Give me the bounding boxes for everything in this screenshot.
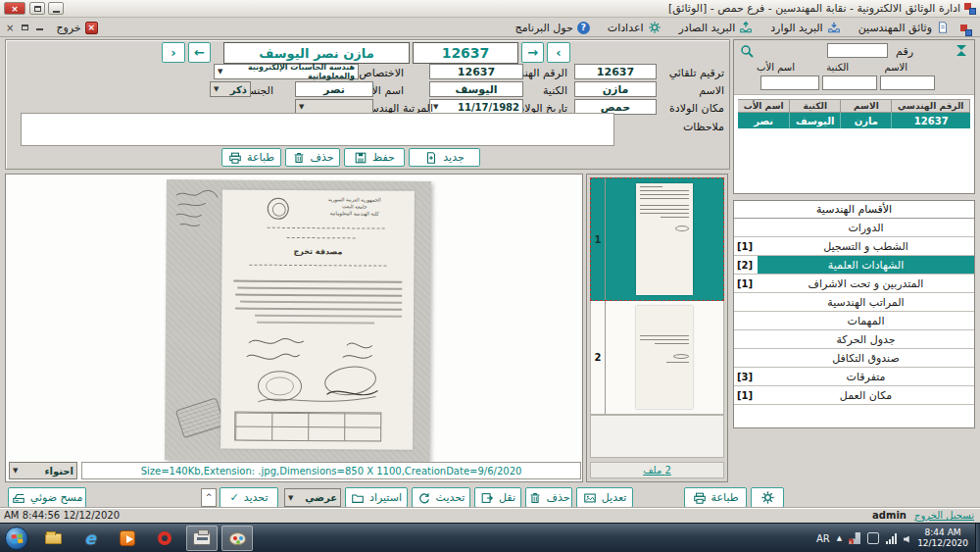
- taskbar-mediaplayer-button[interactable]: [112, 526, 143, 551]
- edit-button[interactable]: تعديل: [576, 487, 633, 508]
- father-search-label: اسم الأب: [757, 62, 795, 73]
- section-row-ranks[interactable]: المراتب الهندسية: [734, 293, 974, 312]
- collapse-panel-button[interactable]: [955, 44, 966, 60]
- chevron-down-icon[interactable]: ▼: [299, 103, 304, 111]
- specialty-select[interactable]: هندسة الحاسبات الإلكترونية والمعلوماتية▼: [214, 64, 359, 79]
- menu-about[interactable]: ? حول البرنامج: [513, 19, 593, 36]
- save-button[interactable]: حفظ: [344, 148, 405, 167]
- nav-previous-record-button[interactable]: →: [521, 42, 544, 63]
- taskbar-paint-button[interactable]: [221, 526, 253, 551]
- window-close-button[interactable]: ×: [4, 2, 25, 15]
- window-minimize-button[interactable]: [48, 2, 64, 15]
- section-row-courses[interactable]: الدورات: [734, 219, 974, 237]
- surname-search-label: الكنية: [826, 62, 849, 73]
- section-row-solidarity-fund[interactable]: صندوق التكافل: [734, 349, 974, 368]
- section-row-movement[interactable]: جدول الحركة: [734, 330, 974, 349]
- name-input[interactable]: مازن: [574, 81, 657, 97]
- scanner-icon: [12, 491, 25, 505]
- menu-settings[interactable]: اعدادات: [605, 19, 664, 36]
- nav-last-record-button[interactable]: ‹: [162, 42, 185, 63]
- print-button[interactable]: طباعة: [221, 148, 281, 167]
- select-button[interactable]: تحديد ✓: [220, 487, 278, 508]
- number-search-input[interactable]: [827, 43, 888, 58]
- thumbnail-2[interactable]: 2: [590, 301, 724, 415]
- logout-link[interactable]: تسجيل الخروج: [914, 510, 974, 521]
- taskbar-clock[interactable]: 8:44 AM 12/12/2020: [917, 527, 968, 549]
- hidden-icons-chevron[interactable]: ▲: [837, 534, 842, 542]
- eng-number-input[interactable]: 12637: [429, 64, 523, 79]
- fit-mode-select[interactable]: احتواء▼: [9, 462, 77, 479]
- results-grid-selected-row[interactable]: 12637 مازن اليوسف نصر: [738, 113, 970, 128]
- refresh-button[interactable]: تحديث: [412, 487, 470, 508]
- page-stepper[interactable]: ^: [201, 488, 217, 507]
- show-desktop-button[interactable]: [975, 524, 980, 552]
- section-row-deregistration[interactable]: الشطب و التسجيل[1]: [734, 237, 974, 256]
- taskbar-opera-button[interactable]: [149, 526, 180, 551]
- settings-gear-button[interactable]: [751, 487, 784, 508]
- mdi-restore-icon[interactable]: [22, 25, 28, 30]
- surname-input[interactable]: اليوسف: [429, 81, 523, 97]
- mdi-minimize-icon[interactable]: [36, 28, 43, 30]
- gender-select[interactable]: ذكر▼: [210, 81, 251, 97]
- name-search-label: الاسم: [884, 62, 907, 73]
- view-mode-select[interactable]: عرضي▼: [284, 488, 341, 507]
- language-indicator[interactable]: AR: [816, 533, 830, 544]
- delete-file-button[interactable]: حذف: [525, 487, 572, 508]
- section-row-trainees[interactable]: المتدربين و تحت الاشراف[1]: [734, 275, 974, 293]
- move-button[interactable]: نقل: [474, 487, 521, 508]
- file-count-link[interactable]: 2 ملف: [590, 462, 724, 478]
- record-number-field[interactable]: 12637: [413, 42, 518, 64]
- margin-handwriting: [172, 187, 220, 230]
- taskbar-ie-button[interactable]: e: [74, 526, 106, 551]
- speaker-icon[interactable]: [904, 536, 910, 543]
- delete-button[interactable]: حذف: [285, 148, 340, 167]
- notes-input[interactable]: [21, 113, 614, 146]
- section-row-certificates-selected[interactable]: الشهادات العلمية[2]: [734, 256, 974, 275]
- section-row-workplace[interactable]: مكان العمل[1]: [734, 386, 974, 405]
- print-file-button[interactable]: طباعة: [684, 487, 747, 508]
- taskbar-explorer-button[interactable]: [37, 526, 69, 551]
- document-viewer[interactable]: الجمهورية العربية السورية جامعة البعث كل…: [5, 174, 583, 482]
- section-row-misc[interactable]: متفرقات[3]: [734, 368, 974, 386]
- thumbnail-empty-slot: [590, 415, 724, 458]
- application-window: { "titlebar": { "title": "ادارة الوثائق …: [0, 0, 980, 552]
- device-icon[interactable]: [867, 532, 879, 544]
- start-button[interactable]: [5, 527, 28, 550]
- chevron-down-icon[interactable]: ▼: [214, 85, 219, 93]
- record-fullname-field[interactable]: مازن نصر اليوسف: [223, 42, 410, 64]
- taskbar-scanner-app-button[interactable]: [186, 526, 218, 551]
- search-icon[interactable]: [739, 43, 755, 59]
- mdi-window-controls[interactable]: ×: [6, 23, 43, 33]
- scan-button[interactable]: مسح ضوئي: [8, 487, 86, 508]
- window-restore-button[interactable]: [29, 2, 45, 15]
- menu-inbox[interactable]: البريد الوارد: [767, 19, 844, 36]
- name-label: الاسم: [699, 84, 724, 97]
- chevron-down-icon[interactable]: ▼: [13, 467, 18, 475]
- thumbnail-2-image[interactable]: [606, 301, 723, 414]
- menu-engineers-docs[interactable]: وثائق المهندسين: [856, 19, 953, 36]
- signal-bars-icon[interactable]: [886, 533, 897, 544]
- scanned-document-image[interactable]: الجمهورية العربية السورية جامعة البعث كل…: [165, 179, 431, 462]
- section-row-tasks[interactable]: المهمات: [734, 312, 974, 330]
- chevron-down-icon[interactable]: ▼: [433, 103, 438, 111]
- name-search-input[interactable]: [880, 75, 935, 90]
- nav-first-record-button[interactable]: ›: [547, 42, 570, 63]
- auto-number-input[interactable]: 12637: [574, 64, 657, 79]
- network-icon[interactable]: x: [849, 532, 860, 544]
- chevron-down-icon[interactable]: ▼: [218, 68, 222, 75]
- menu-exit[interactable]: × خروج: [53, 19, 100, 36]
- father-search-input[interactable]: [760, 75, 819, 90]
- mdi-close-icon[interactable]: ×: [6, 23, 14, 33]
- thumbnail-1-selected[interactable]: 1: [590, 177, 724, 301]
- corner-stamp: [175, 397, 225, 438]
- menu-outbox[interactable]: البريد الصادر: [676, 19, 757, 36]
- internet-explorer-icon: e: [84, 528, 96, 548]
- chevron-down-icon[interactable]: ▼: [288, 494, 293, 502]
- thumbnail-1-image[interactable]: [606, 178, 723, 300]
- surname-search-input[interactable]: [822, 75, 877, 90]
- import-button[interactable]: استيراد: [345, 487, 408, 508]
- new-button[interactable]: جديد: [409, 148, 480, 167]
- nav-next-record-button[interactable]: ←: [188, 42, 211, 63]
- document-icon: [936, 21, 950, 34]
- father-name-input[interactable]: نصر: [295, 81, 373, 97]
